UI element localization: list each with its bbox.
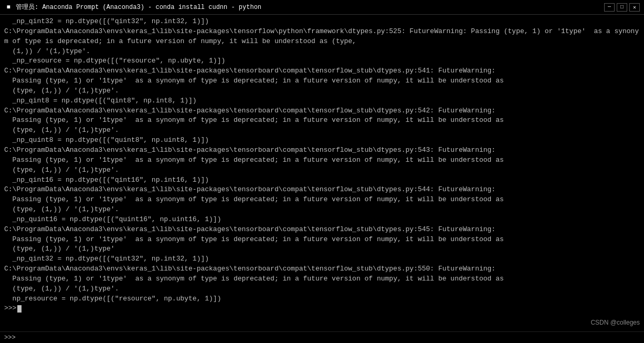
- console-line: _np_qint8 = np.dtype([("qint8", np.int8,…: [4, 96, 640, 106]
- console-line: np_resource = np.dtype([("resource", np.…: [4, 294, 640, 304]
- console-line: (type, (1,)) / '(1,)type'.: [4, 284, 640, 294]
- close-button[interactable]: ✕: [629, 3, 640, 12]
- console-line: C:\ProgramData\Anaconda3\envs\keras_1\li…: [4, 106, 640, 116]
- console-line: C:\ProgramData\Anaconda3\envs\keras_1\li…: [4, 264, 640, 274]
- terminal-icon: ■: [4, 3, 13, 12]
- console-line: C:\ProgramData\Anaconda3\envs\keras_1\li…: [4, 27, 640, 47]
- console-line: (type, (1,)) / '(1,)type'.: [4, 126, 640, 136]
- maximize-button[interactable]: □: [617, 3, 627, 12]
- console-line: C:\ProgramData\Anaconda3\envs\keras_1\li…: [4, 225, 640, 235]
- bottom-prompt: >>>: [4, 334, 16, 341]
- console-line: _np_quint16 = np.dtype([("quint16", np.u…: [4, 215, 640, 225]
- console-line: _np_resource = np.dtype([("resource", np…: [4, 56, 640, 66]
- console-line: (type, (1,)) / '(1,)type'.: [4, 165, 640, 175]
- cursor: [17, 305, 22, 313]
- console-line: (1,)) / '(1,)type'.: [4, 47, 640, 57]
- title-bar-text: 管理员: Anaconda Prompt (Anaconda3) - conda…: [16, 3, 261, 12]
- console-line: Passing (type, 1) or '1type' as a synony…: [4, 116, 640, 126]
- console-line: _np_quint8 = np.dtype([("quint8", np.uin…: [4, 136, 640, 145]
- console-line: Passing (type, 1) or '1type' as a synony…: [4, 155, 640, 165]
- console-line: Passing (type, 1) or '1type' as a synony…: [4, 274, 640, 284]
- prompt-symbol: >>>: [4, 304, 16, 314]
- console-line: _np_qint16 = np.dtype([("qint16", np.int…: [4, 175, 640, 185]
- title-bar: ■ 管理员: Anaconda Prompt (Anaconda3) - con…: [0, 0, 644, 15]
- title-bar-left: ■ 管理员: Anaconda Prompt (Anaconda3) - con…: [4, 3, 261, 12]
- console-line: _np_qint32 = np.dtype([("qint32", np.int…: [4, 254, 640, 264]
- console-line: C:\ProgramData\Anaconda3\envs\keras_1\li…: [4, 185, 640, 195]
- prompt-line: >>>: [4, 304, 640, 314]
- console-line: C:\ProgramData\Anaconda3\envs\keras_1\li…: [4, 66, 640, 76]
- console-line: Passing (type, 1) or '1type' as a synony…: [4, 235, 640, 245]
- console-line: (type, (1,)) / '(1,)type': [4, 244, 640, 254]
- minimize-button[interactable]: ─: [604, 3, 615, 12]
- console-area[interactable]: _np_qint32 = np.dtype([("qint32", np.int…: [0, 15, 644, 331]
- console-line: C:\ProgramData\Anaconda3\envs\keras_1\li…: [4, 145, 640, 155]
- console-line: Passing (type, 1) or '1type' as a synony…: [4, 195, 640, 205]
- terminal-window: ■ 管理员: Anaconda Prompt (Anaconda3) - con…: [0, 0, 644, 343]
- console-line: Passing (type, 1) or '1type' as a synony…: [4, 76, 640, 86]
- console-line: _np_qint32 = np.dtype([("qint32", np.int…: [4, 17, 640, 27]
- bottom-bar: >>>: [0, 331, 644, 343]
- console-line: (type, (1,)) / '(1,)type'.: [4, 205, 640, 215]
- title-bar-controls: ─ □ ✕: [604, 3, 640, 12]
- watermark: CSDN @colleges: [590, 318, 640, 327]
- console-line: (type, (1,)) / '(1,)type'.: [4, 86, 640, 96]
- console-output: _np_qint32 = np.dtype([("qint32", np.int…: [4, 17, 640, 304]
